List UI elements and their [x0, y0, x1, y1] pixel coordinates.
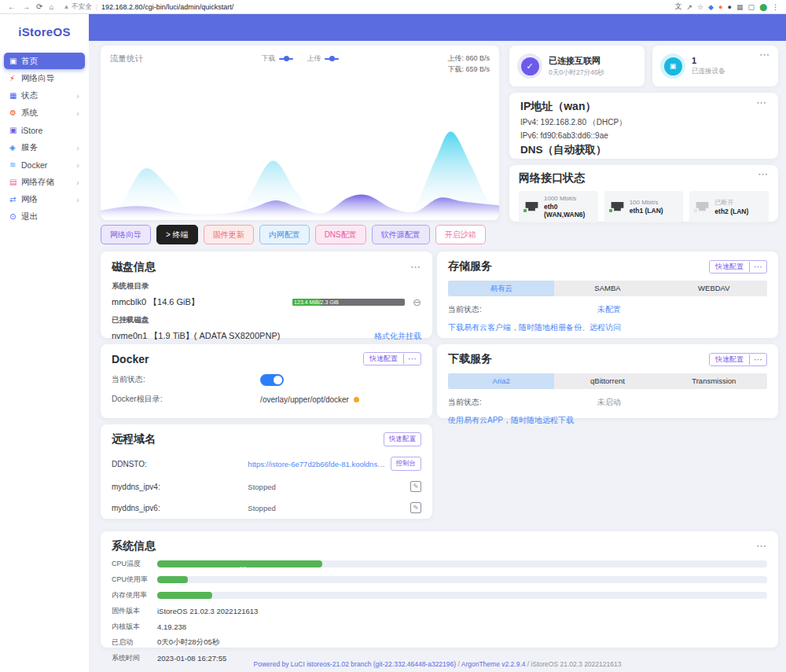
- quick-button-固件更新[interactable]: 固件更新: [204, 225, 254, 244]
- extension-blue-icon[interactable]: ◆: [708, 3, 714, 11]
- chart-legend: 下载 上传: [101, 53, 499, 64]
- sidebar-item-system[interactable]: ⚙系统›: [4, 105, 85, 121]
- network-storage-icon: ▤: [9, 178, 21, 186]
- extension-fox-icon[interactable]: ●: [718, 3, 722, 11]
- remote-quick-config-button[interactable]: 快速配置: [384, 432, 421, 446]
- sidebar-item-docker[interactable]: ≋Docker›: [4, 156, 85, 173]
- security-badge[interactable]: ▲ 不安全 |: [63, 2, 101, 12]
- tab-qBittorrent[interactable]: qBittorrent: [554, 373, 660, 389]
- tab-WEBDAV[interactable]: WEBDAV: [661, 281, 767, 296]
- sidebar-item-network-storage[interactable]: ▤网络存储›: [4, 174, 85, 190]
- storage-tip-link[interactable]: 下载易有云客户端，随时随地相册备份、远程访问: [448, 322, 767, 333]
- sidebar-item-istore[interactable]: ▣iStore: [4, 122, 85, 138]
- remote-title: 远程域名: [112, 432, 156, 446]
- wan-ip-title: IP地址（wan）: [520, 100, 596, 114]
- interfaces-menu-icon[interactable]: ⋯: [758, 171, 769, 185]
- legend-download[interactable]: 下载: [262, 53, 293, 64]
- sidebar-menu: ▣首页⚡网络向导▦状态›⚙系统›▣iStore◈服务›≋Docker›▤网络存储…: [0, 49, 89, 229]
- footer-version: iStoreOS 21.02.3 2022121613: [531, 660, 622, 668]
- chevron-right-icon: ›: [76, 91, 79, 101]
- edit-icon[interactable]: ✎: [410, 502, 421, 513]
- disk-usage-bar: 123.4 MiB/2.3 GiB: [292, 299, 405, 306]
- format-mount-link[interactable]: 格式化并挂载: [374, 331, 421, 342]
- quick-button-DNS配置[interactable]: DNS配置: [315, 225, 366, 244]
- interfaces-card: 网络接口状态 ⋯ 1000 Mbit/seth0 (WAN,WAN6)100 M…: [509, 165, 778, 222]
- tab-易有云[interactable]: 易有云: [448, 281, 554, 296]
- check-icon: ✓: [521, 57, 539, 75]
- ethernet-port-icon: [609, 200, 626, 213]
- remote-row-value[interactable]: https://istore-6e77d2b66fde-81.kooldns.c…: [248, 460, 385, 468]
- ipv4-row: IPv4: 192.168.2.80 （DHCP）: [520, 117, 767, 128]
- home-icon: ▣: [9, 57, 21, 65]
- sidebar-item-services[interactable]: ◈服务›: [4, 139, 85, 156]
- disk-menu-icon[interactable]: ⋯: [410, 264, 421, 270]
- progress-value: 40℃: [233, 566, 246, 567]
- docker-toggle[interactable]: [260, 374, 284, 386]
- download-menu-icon[interactable]: ⋯: [749, 354, 766, 365]
- docker-title: Docker: [112, 353, 149, 365]
- interfaces-title: 网络接口状态: [519, 171, 585, 185]
- sidebar-item-home[interactable]: ▣首页: [4, 53, 85, 69]
- ipv4-note: （DHCP）: [589, 118, 626, 127]
- system-row-label: 已启动: [112, 637, 157, 648]
- sidebar-item-label: Docker: [21, 160, 76, 170]
- port-eth2: 已断开eth2 (LAN): [689, 191, 769, 222]
- edit-icon[interactable]: ✎: [410, 481, 421, 492]
- storage-quick-config-button[interactable]: 快速配置: [710, 261, 749, 273]
- legend-upload-label: 上传: [307, 53, 321, 64]
- system-row-label: 固件版本: [112, 606, 157, 616]
- sidebar-item-logout[interactable]: ⊙退出: [4, 208, 85, 225]
- share-icon[interactable]: ↗: [686, 3, 692, 11]
- legend-download-label: 下载: [262, 53, 276, 64]
- download-tip-link[interactable]: 使用易有云APP，随时随地远程下载: [448, 415, 767, 426]
- quick-button-终端[interactable]: > 终端: [156, 225, 198, 244]
- home-icon[interactable]: ⌂: [49, 2, 53, 11]
- tab-SAMBA[interactable]: SAMBA: [554, 281, 660, 296]
- app-logo[interactable]: iStoreOS: [0, 14, 89, 49]
- port-speed: 1000 Mbit/s: [544, 195, 593, 202]
- quick-button-网络向导[interactable]: 网络向导: [101, 225, 151, 244]
- download-quick-config-button[interactable]: 快速配置: [710, 354, 749, 365]
- wan-ip-menu-icon[interactable]: ⋯: [756, 100, 767, 114]
- tab-Aria2[interactable]: Aria2: [448, 373, 554, 389]
- quick-button-开启沙箱[interactable]: 开启沙箱: [435, 225, 486, 244]
- console-button[interactable]: 控制台: [391, 457, 422, 471]
- docker-quick-config-button[interactable]: 快速配置: [364, 353, 403, 365]
- reading-mode-icon[interactable]: ▢: [747, 3, 755, 11]
- docker-menu-icon[interactable]: ⋯: [403, 354, 421, 364]
- extension-dark-icon[interactable]: ●: [727, 3, 731, 11]
- url-separator: |: [96, 3, 97, 11]
- network-icon: ⇄: [9, 195, 21, 204]
- address-bar[interactable]: 192.168.2.80/cgi-bin/luci/admin/quicksta…: [101, 3, 233, 11]
- remote-rows: DDNSTO:https://istore-6e77d2b66fde-81.ko…: [112, 457, 421, 513]
- storage-status-value[interactable]: 未配置: [597, 304, 621, 315]
- port-list: 1000 Mbit/seth0 (WAN,WAN6)100 Mbit/seth1…: [519, 191, 769, 222]
- browser-menu-icon[interactable]: ⋮: [772, 3, 779, 11]
- tab-Transmission[interactable]: Transmission: [661, 373, 767, 389]
- system-bars: CPU温度40℃CPU使用率4%内存使用率6%: [112, 559, 767, 600]
- system-menu-icon[interactable]: ⋯: [756, 543, 767, 549]
- profile-avatar[interactable]: ⬤: [759, 3, 767, 11]
- reload-icon[interactable]: ⟳: [36, 2, 42, 11]
- sidebar-item-wizard[interactable]: ⚡网络向导: [4, 70, 85, 86]
- extension-grid-icon[interactable]: ▦: [736, 3, 744, 11]
- translate-icon[interactable]: 文: [674, 2, 681, 12]
- sidebar-item-network[interactable]: ⇄网络›: [4, 191, 85, 207]
- footer-powered-link[interactable]: Powered by LuCI istoreos-21.02 branch (g…: [254, 660, 457, 668]
- storage-menu-icon[interactable]: ⋯: [749, 262, 766, 272]
- disk-mounted-name: nvme0n1 【1.9 TiB】( ADATA SX8200PNP): [112, 330, 374, 342]
- forward-icon[interactable]: →: [22, 2, 30, 11]
- quick-button-内网配置[interactable]: 内网配置: [259, 225, 310, 244]
- back-icon[interactable]: ←: [8, 2, 16, 11]
- download-rate: 下载: 659 B/s: [447, 64, 490, 75]
- system-row-label: 内核版本: [112, 622, 157, 632]
- remote-row: myddns_ipv4:Stopped✎: [112, 481, 421, 492]
- bookmark-star-icon[interactable]: ☆: [697, 3, 703, 11]
- sidebar-item-status[interactable]: ▦状态›: [4, 87, 85, 104]
- remote-row-label: DDNSTO:: [112, 460, 147, 468]
- devices-menu-icon[interactable]: ⋯: [759, 52, 770, 58]
- legend-upload[interactable]: 上传: [307, 53, 339, 64]
- unmount-icon[interactable]: ⊖: [413, 296, 421, 308]
- quick-button-软件源配置[interactable]: 软件源配置: [372, 225, 430, 244]
- footer-theme-link[interactable]: ArgonTheme v2.2.9.4: [461, 660, 526, 668]
